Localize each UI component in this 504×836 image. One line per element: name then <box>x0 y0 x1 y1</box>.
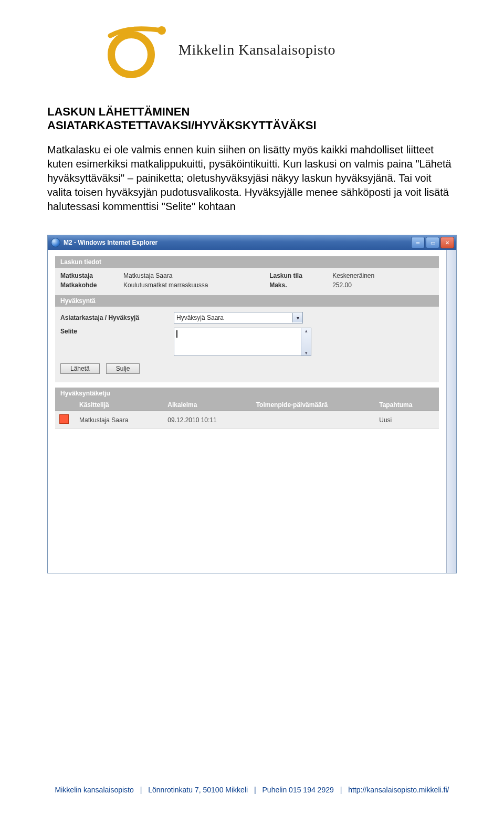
status-label: Laskun tila <box>269 272 332 279</box>
col-timestamp: Aikaleima <box>163 399 251 411</box>
invoice-info-panel: Matkustaja Matkustaja Saara Laskun tila … <box>55 268 439 295</box>
scroll-down-icon[interactable]: ▾ <box>301 350 311 356</box>
window-title: M2 - Windows Internet Explorer <box>64 239 158 246</box>
approver-selected-value: Hyväksyjä Saara <box>176 314 224 321</box>
chevron-down-icon[interactable]: ▾ <box>292 313 302 322</box>
window-titlebar: M2 - Windows Internet Explorer ━ ▭ ✕ <box>48 235 456 250</box>
textarea-scrollbar[interactable]: ▴ ▾ <box>301 328 311 356</box>
approver-label: Asiatarkastaja / Hyväksyjä <box>60 314 171 321</box>
close-window-button[interactable]: ✕ <box>440 237 454 248</box>
page-header: Mikkelin Kansalaisopisto <box>100 21 457 79</box>
col-handler: Käsittelijä <box>75 399 163 411</box>
table-row: Matkustaja Saara 09.12.2010 10:11 Uusi <box>55 411 439 429</box>
ie-window: M2 - Windows Internet Explorer ━ ▭ ✕ Las… <box>47 235 457 573</box>
scroll-up-icon[interactable]: ▴ <box>301 328 311 333</box>
cell-timestamp: 09.12.2010 10:11 <box>163 411 251 429</box>
approver-select[interactable]: Hyväksyjä Saara ▾ <box>174 312 303 323</box>
footer-url: http://kansalaisopisto.mikkeli.fi/ <box>348 786 449 794</box>
destination-label: Matkakohde <box>60 281 123 289</box>
footer-org: Mikkelin kansalaisopisto <box>55 786 134 794</box>
minimize-button[interactable]: ━ <box>411 237 425 248</box>
selite-label: Selite <box>60 328 171 335</box>
max-value: 252.00 <box>332 281 352 289</box>
send-button[interactable]: Lähetä <box>60 363 100 374</box>
text-cursor-icon <box>176 330 177 338</box>
section-bar-invoice-info: Laskun tiedot <box>55 256 439 268</box>
status-value: Keskeneräinen <box>332 272 374 279</box>
status-square-icon <box>59 414 69 424</box>
selite-textarea[interactable]: ▴ ▾ <box>174 328 311 356</box>
instruction-paragraph: Matkalasku ei ole valmis ennen kuin siih… <box>47 143 457 214</box>
footer-phone: Puhelin 015 194 2929 <box>262 786 334 794</box>
col-action-date: Toimenpide-päivämäärä <box>252 399 375 411</box>
approval-chain-table: Käsittelijä Aikaleima Toimenpide-päivämä… <box>55 399 439 429</box>
cell-handler: Matkustaja Saara <box>75 411 163 429</box>
cell-event: Uusi <box>375 411 439 429</box>
ie-icon <box>51 238 60 247</box>
section-bar-chain: Hyväksyntäketju <box>55 388 439 399</box>
page-footer: Mikkelin kansalaisopisto | Lönnrotinkatu… <box>0 786 504 794</box>
close-button[interactable]: Sulje <box>106 363 140 374</box>
logo-icon <box>100 21 168 79</box>
traveler-label: Matkustaja <box>60 272 123 279</box>
brand-name: Mikkelin Kansalaisopisto <box>178 41 335 58</box>
maximize-button[interactable]: ▭ <box>426 237 439 248</box>
traveler-value: Matkustaja Saara <box>123 272 172 279</box>
col-event: Tapahtuma <box>375 399 439 411</box>
footer-address: Lönnrotinkatu 7, 50100 Mikkeli <box>148 786 248 794</box>
section-heading: LASKUN LÄHETTÄMINEN ASIATARKASTETTAVAKSI… <box>47 105 457 132</box>
destination-value: Koulutusmatkat marraskuussa <box>123 281 208 289</box>
svg-point-1 <box>158 26 166 35</box>
window-scrollbar[interactable] <box>446 250 456 573</box>
max-label: Maks. <box>269 281 332 289</box>
section-bar-approval: Hyväksyntä <box>55 295 439 307</box>
svg-point-0 <box>111 35 151 75</box>
cell-action-date <box>252 411 375 429</box>
approval-panel: Asiatarkastaja / Hyväksyjä Hyväksyjä Saa… <box>55 307 439 382</box>
